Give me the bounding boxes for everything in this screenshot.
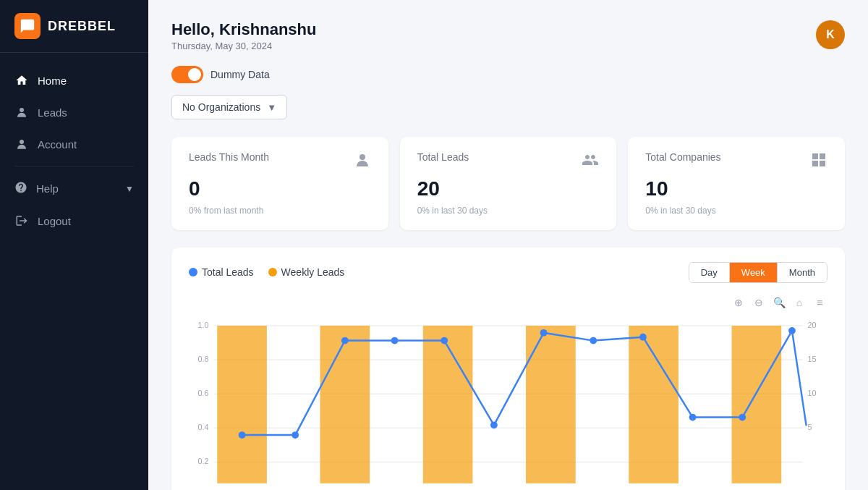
svg-text:10: 10 — [808, 389, 817, 397]
legend-dot-total — [189, 268, 197, 276]
stat-value-2: 10 — [645, 177, 827, 201]
dummy-data-toggle[interactable] — [171, 66, 203, 83]
svg-point-27 — [441, 337, 448, 344]
svg-point-25 — [341, 337, 349, 344]
sidebar-item-account-label: Account — [38, 138, 77, 151]
svg-text:5: 5 — [808, 423, 812, 431]
stat-sub-1: 0% in last 30 days — [417, 206, 600, 216]
chevron-down-icon: ▼ — [267, 102, 276, 113]
stat-sub-2: 0% in last 30 days — [645, 206, 827, 216]
sidebar-item-leads-label: Leads — [38, 106, 67, 119]
stat-title-2: Total Companies — [645, 151, 720, 163]
svg-point-26 — [391, 337, 399, 344]
stat-title-1: Total Leads — [417, 151, 469, 163]
zoom-in-icon[interactable]: ⊕ — [731, 295, 746, 311]
svg-text:0.8: 0.8 — [197, 355, 208, 363]
chevron-down-icon: ▼ — [125, 184, 134, 194]
stat-value-0: 0 — [189, 177, 371, 201]
logo-icon — [14, 13, 41, 39]
greeting-text: Hello, Krishnanshu — [171, 20, 316, 39]
header-row: Hello, Krishnanshu Thursday, May 30, 202… — [171, 20, 845, 51]
chart-header: Total Leads Weekly Leads Day Week Month — [189, 262, 827, 283]
sidebar-item-account[interactable]: Account — [0, 128, 148, 160]
legend-dot-weekly — [268, 268, 277, 276]
leads-icon — [14, 105, 29, 119]
toggle-row: Dummy Data — [171, 66, 845, 83]
sidebar-nav: Home Leads Account Help ▼ — [0, 53, 148, 490]
sidebar-item-home-label: Home — [38, 75, 67, 87]
chart-legend: Total Leads Weekly Leads — [189, 266, 344, 278]
legend-total-leads: Total Leads — [189, 266, 254, 278]
svg-point-1 — [20, 140, 24, 144]
svg-rect-22 — [732, 326, 782, 483]
stats-row: Leads This Month 0 0% from last month To… — [171, 137, 845, 230]
greeting-block: Hello, Krishnanshu Thursday, May 30, 202… — [171, 20, 316, 51]
svg-point-33 — [739, 413, 746, 421]
week-button[interactable]: Week — [730, 263, 778, 282]
svg-point-23 — [239, 431, 246, 439]
legend-weekly-leads: Weekly Leads — [268, 266, 345, 278]
svg-rect-19 — [423, 326, 473, 483]
svg-rect-21 — [629, 326, 678, 483]
avatar[interactable]: K — [816, 20, 845, 49]
svg-text:15: 15 — [808, 355, 817, 363]
svg-point-0 — [20, 108, 24, 112]
sidebar-item-help[interactable]: Help ▼ — [0, 172, 148, 205]
zoom-reset-icon[interactable]: 🔍 — [771, 295, 787, 311]
svg-text:1.0: 1.0 — [197, 321, 208, 329]
svg-point-29 — [540, 329, 548, 336]
org-dropdown[interactable]: No Organizations ▼ — [171, 95, 287, 119]
svg-rect-17 — [217, 326, 267, 483]
logo-text: DREBBEL — [48, 19, 116, 34]
person-icon — [354, 151, 371, 172]
svg-point-24 — [292, 431, 299, 439]
date-text: Thursday, May 30, 2024 — [171, 41, 316, 51]
nav-divider — [14, 166, 134, 166]
zoom-out-icon[interactable]: ⊖ — [751, 295, 767, 311]
stat-card-total-companies: Total Companies 10 0% in last 30 days — [628, 137, 845, 230]
help-icon — [14, 181, 27, 196]
svg-text:0.4: 0.4 — [197, 423, 208, 431]
svg-text:0.6: 0.6 — [197, 389, 208, 397]
svg-point-32 — [689, 413, 697, 421]
sidebar-item-help-label: Help — [36, 182, 59, 195]
svg-point-28 — [490, 421, 498, 428]
logout-icon — [14, 214, 29, 228]
stat-value-1: 20 — [417, 177, 600, 201]
account-icon — [14, 137, 29, 151]
chart-section: Total Leads Weekly Leads Day Week Month … — [171, 248, 845, 490]
svg-text:0.2: 0.2 — [197, 457, 208, 465]
svg-point-34 — [788, 327, 796, 334]
chart-wrapper: 1.0 0.8 0.6 0.4 0.2 20 15 10 5 — [189, 313, 827, 490]
sidebar-item-logout-label: Logout — [38, 215, 71, 227]
toggle-knob — [188, 68, 201, 81]
people-icon — [582, 151, 599, 172]
sidebar-item-home[interactable]: Home — [0, 64, 148, 96]
day-button[interactable]: Day — [689, 263, 730, 282]
menu-icon[interactable]: ≡ — [812, 295, 827, 311]
org-dropdown-label: No Organizations — [182, 101, 260, 113]
stat-card-total-leads: Total Leads 20 0% in last 30 days — [400, 137, 617, 230]
svg-rect-20 — [526, 326, 576, 483]
svg-point-2 — [359, 154, 365, 160]
home-icon — [14, 73, 29, 88]
logo: DREBBEL — [0, 0, 148, 53]
toggle-label: Dummy Data — [210, 69, 270, 80]
stat-card-leads-this-month: Leads This Month 0 0% from last month — [171, 137, 388, 230]
sidebar-item-logout[interactable]: Logout — [0, 205, 148, 237]
chart-tools: ⊕ ⊖ 🔍 ⌂ ≡ — [189, 295, 827, 311]
sidebar: DREBBEL Home Leads Account — [0, 0, 148, 490]
home-reset-icon[interactable]: ⌂ — [791, 295, 807, 311]
svg-rect-18 — [320, 326, 370, 483]
month-button[interactable]: Month — [778, 263, 827, 282]
svg-point-31 — [639, 333, 647, 340]
stat-sub-0: 0% from last month — [189, 206, 371, 216]
legend-weekly-label: Weekly Leads — [281, 266, 345, 278]
main-content: Hello, Krishnanshu Thursday, May 30, 202… — [148, 0, 868, 490]
stat-title-0: Leads This Month — [189, 151, 269, 163]
chart-controls: Day Week Month — [689, 262, 827, 283]
sidebar-item-leads[interactable]: Leads — [0, 96, 148, 128]
svg-point-30 — [590, 337, 597, 344]
svg-text:20: 20 — [808, 321, 817, 329]
chart-svg: 1.0 0.8 0.6 0.4 0.2 20 15 10 5 — [189, 313, 827, 487]
